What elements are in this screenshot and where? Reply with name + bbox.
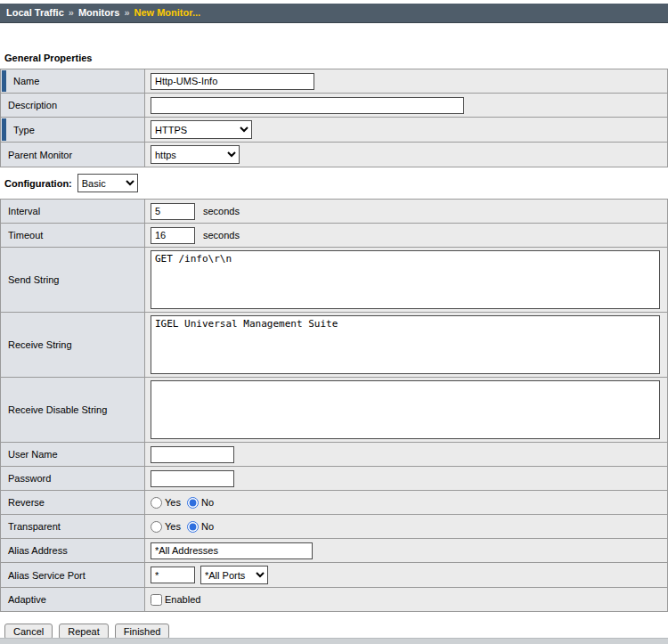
user-name-value-cell <box>145 443 668 467</box>
table-row-alias-service-port: Alias Service Port *All Ports <box>1 563 668 588</box>
alias-address-input[interactable] <box>151 542 313 559</box>
interval-unit-label: seconds <box>203 206 240 216</box>
adaptive-label-cell: Adaptive <box>1 588 145 612</box>
receive-string-value-cell: IGEL Universal Management Suite <box>145 313 668 378</box>
configuration-select[interactable]: Basic <box>77 174 138 192</box>
transparent-no-label: No <box>201 521 214 532</box>
receive-string-label-cell: Receive String <box>1 313 145 378</box>
send-string-label: Send String <box>8 274 59 285</box>
interval-input[interactable] <box>151 203 195 220</box>
table-row-send-string: Send String GET /info\r\n <box>1 248 668 313</box>
configuration-label: Configuration: <box>4 178 72 189</box>
adaptive-value-cell: Enabled <box>145 588 668 612</box>
alias-service-port-value-cell: *All Ports <box>145 563 668 588</box>
reverse-no-radio[interactable] <box>187 497 199 509</box>
reverse-yes-radio[interactable] <box>151 497 162 509</box>
parent-monitor-value-cell: https <box>145 143 668 167</box>
alias-address-label: Alias Address <box>8 545 68 556</box>
reverse-label: Reverse <box>8 497 45 508</box>
table-row-transparent: Transparent Yes No <box>1 515 668 539</box>
receive-disable-string-value-cell <box>145 378 668 443</box>
general-properties-heading: General Properties <box>4 53 668 63</box>
parent-monitor-label-cell: Parent Monitor <box>1 143 145 167</box>
table-row-interval: Interval seconds <box>1 200 668 224</box>
breadcrumb-local-traffic[interactable]: Local Traffic <box>6 7 64 18</box>
alias-service-port-label: Alias Service Port <box>8 570 86 581</box>
name-label: Name <box>13 76 39 86</box>
adaptive-label: Adaptive <box>8 594 46 605</box>
transparent-no-radio[interactable] <box>187 521 199 533</box>
transparent-value-cell: Yes No <box>145 515 668 539</box>
table-row-password: Password <box>1 467 668 491</box>
table-row-reverse: Reverse Yes No <box>1 491 668 515</box>
user-name-label-cell: User Name <box>1 443 145 467</box>
password-value-cell <box>145 467 668 491</box>
password-label: Password <box>8 473 51 484</box>
timeout-input[interactable] <box>151 227 195 244</box>
send-string-textarea[interactable]: GET /info\r\n <box>151 250 660 309</box>
description-label-cell: Description <box>1 94 145 118</box>
password-input[interactable] <box>151 470 234 487</box>
parent-monitor-label: Parent Monitor <box>8 150 72 160</box>
password-label-cell: Password <box>1 467 145 491</box>
reverse-label-cell: Reverse <box>1 491 145 515</box>
breadcrumb-monitors[interactable]: Monitors <box>78 7 119 18</box>
table-row-adaptive: Adaptive Enabled <box>1 588 668 612</box>
receive-disable-string-label-cell: Receive Disable String <box>1 378 145 443</box>
breadcrumb-separator-icon: » <box>124 7 129 18</box>
type-label: Type <box>13 125 35 135</box>
timeout-label: Timeout <box>8 230 43 240</box>
description-input[interactable] <box>151 97 464 114</box>
reverse-value-cell: Yes No <box>145 491 668 515</box>
adaptive-enabled-label: Enabled <box>165 594 200 605</box>
breadcrumb-separator-icon: » <box>69 7 74 18</box>
alias-address-value-cell <box>145 539 668 563</box>
general-properties-table: Name Description Type HTTPS Parent Monit… <box>0 69 668 167</box>
timeout-value-cell: seconds <box>145 224 668 248</box>
breadcrumb: Local Traffic»Monitors»New Monitor... <box>0 4 668 23</box>
receive-string-textarea[interactable]: IGEL Universal Management Suite <box>151 315 660 374</box>
required-marker <box>2 118 6 141</box>
alias-ports-select[interactable]: *All Ports <box>200 566 268 584</box>
table-row-receive-string: Receive String IGEL Universal Management… <box>1 313 668 378</box>
adaptive-enabled-checkbox[interactable] <box>151 594 162 606</box>
send-string-value-cell: GET /info\r\n <box>145 248 668 313</box>
type-label-cell: Type <box>1 118 145 143</box>
table-row-parent-monitor: Parent Monitor https <box>1 143 668 167</box>
transparent-label-cell: Transparent <box>1 515 145 539</box>
table-row-receive-disable-string: Receive Disable String <box>1 378 668 443</box>
table-row-alias-address: Alias Address <box>1 539 668 563</box>
name-input[interactable] <box>151 73 314 90</box>
configuration-bar: Configuration: Basic <box>4 174 668 192</box>
reverse-yes-label: Yes <box>165 497 181 508</box>
user-name-input[interactable] <box>151 446 234 463</box>
required-marker <box>2 70 6 92</box>
type-select[interactable]: HTTPS <box>151 120 252 139</box>
send-string-label-cell: Send String <box>1 248 145 313</box>
timeout-unit-label: seconds <box>203 230 240 240</box>
alias-service-port-label-cell: Alias Service Port <box>1 563 145 588</box>
transparent-yes-label: Yes <box>165 521 181 532</box>
table-row-timeout: Timeout seconds <box>1 224 668 248</box>
type-value-cell: HTTPS <box>145 118 668 143</box>
name-value-cell <box>145 69 668 94</box>
breadcrumb-new-monitor: New Monitor... <box>134 7 201 18</box>
receive-disable-string-textarea[interactable] <box>151 380 660 439</box>
reverse-no-label: No <box>201 497 214 508</box>
alias-address-label-cell: Alias Address <box>1 539 145 563</box>
timeout-label-cell: Timeout <box>1 224 145 248</box>
table-row-type: Type HTTPS <box>1 118 668 143</box>
interval-label-cell: Interval <box>1 200 145 224</box>
configuration-table: Interval seconds Timeout seconds Send St… <box>0 199 668 612</box>
transparent-yes-radio[interactable] <box>151 521 162 533</box>
table-row-user-name: User Name <box>1 443 668 467</box>
description-value-cell <box>145 94 668 118</box>
table-row-name: Name <box>1 69 668 94</box>
parent-monitor-select[interactable]: https <box>151 145 240 164</box>
receive-string-label: Receive String <box>8 339 72 350</box>
horizontal-scrollbar[interactable] <box>0 638 668 644</box>
interval-value-cell: seconds <box>145 200 668 224</box>
alias-service-port-input[interactable] <box>151 567 195 583</box>
table-row-description: Description <box>1 94 668 118</box>
name-label-cell: Name <box>1 69 145 94</box>
